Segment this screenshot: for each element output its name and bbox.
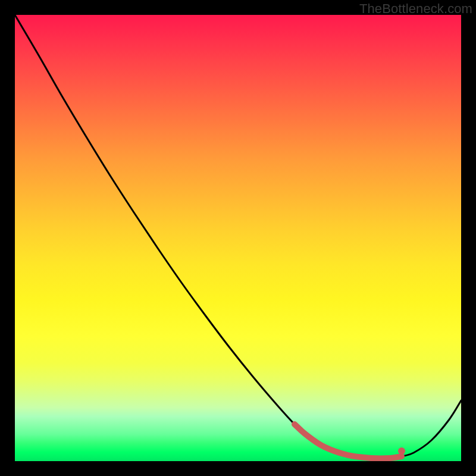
plot-frame (15, 15, 461, 461)
trough-band (295, 424, 402, 459)
curve-overlay (15, 15, 461, 461)
watermark-text: TheBottleneck.com (359, 1, 472, 17)
trough-dot (398, 447, 405, 455)
bottleneck-curve (15, 15, 461, 459)
